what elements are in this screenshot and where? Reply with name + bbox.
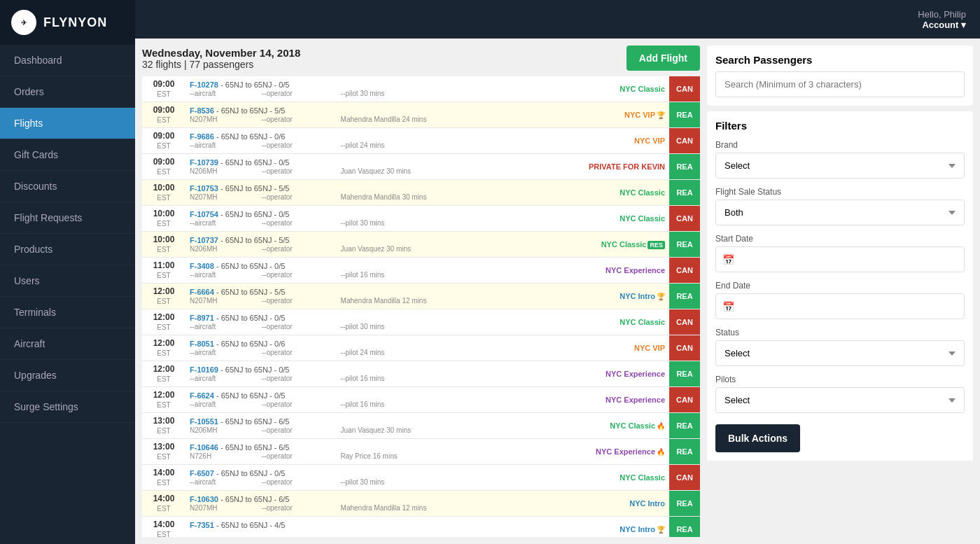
table-row[interactable]: 13:00 EST F-10646 - 65NJ to 65NJ - 6/5 N… bbox=[142, 439, 700, 465]
end-date-input[interactable] bbox=[715, 293, 965, 319]
bulk-actions-button[interactable]: Bulk Actions bbox=[715, 424, 800, 452]
end-date-filter: End Date 📅 bbox=[715, 281, 965, 319]
sidebar: ✈ FLYNYON DashboardOrdersFlightsGift Car… bbox=[0, 0, 135, 544]
flight-operator: --operator bbox=[262, 141, 339, 149]
sidebar-item-flights[interactable]: Flights bbox=[0, 108, 135, 139]
table-row[interactable]: 09:00 EST F-9686 - 65NJ to 65NJ - 0/6 --… bbox=[142, 128, 700, 154]
table-row[interactable]: 14:00 EST F-10630 - 65NJ to 65NJ - 6/5 N… bbox=[142, 491, 700, 517]
flight-info: F-8971 - 65NJ to 65NJ - 0/5 --aircraft -… bbox=[186, 312, 585, 332]
flight-mins: 30 mins bbox=[386, 245, 411, 253]
flight-action-button[interactable]: CAN bbox=[669, 206, 700, 231]
flight-info: F-10739 - 65NJ to 65NJ - 0/5 N206MH --op… bbox=[186, 157, 584, 176]
table-row[interactable]: 14:00 EST F-6507 - 65NJ to 65NJ - 0/5 --… bbox=[142, 465, 700, 491]
flight-label: NYC Experience bbox=[585, 396, 669, 404]
flight-details bbox=[190, 530, 581, 537]
sidebar-item-users[interactable]: Users bbox=[0, 265, 135, 297]
sidebar-item-surge-settings[interactable]: Surge Settings bbox=[0, 391, 135, 423]
table-row[interactable]: 09:00 EST F-10739 - 65NJ to 65NJ - 0/5 N… bbox=[142, 154, 700, 180]
flight-id: F-10630 bbox=[190, 495, 218, 503]
table-row[interactable]: 12:00 EST F-6624 - 65NJ to 65NJ - 0/5 --… bbox=[142, 387, 700, 413]
table-row[interactable]: 09:00 EST F-8536 - 65NJ to 65NJ - 5/5 N2… bbox=[142, 102, 700, 128]
logo-icon: ✈ bbox=[11, 10, 36, 35]
flight-action-button[interactable]: CAN bbox=[669, 387, 700, 412]
start-date-input[interactable] bbox=[715, 246, 965, 272]
table-row[interactable]: 10:00 EST F-10737 - 65NJ to 65NJ - 5/5 N… bbox=[142, 232, 700, 258]
sidebar-item-gift-cards[interactable]: Gift Cards bbox=[0, 139, 135, 171]
table-row[interactable]: 10:00 EST F-10753 - 65NJ to 65NJ - 5/5 N… bbox=[142, 180, 700, 206]
brand-select[interactable]: Select NYC Classic NYC VIP NYC Experienc… bbox=[715, 153, 965, 179]
sidebar-item-dashboard[interactable]: Dashboard bbox=[0, 45, 135, 76]
table-row[interactable]: 11:00 EST F-3408 - 65NJ to 65NJ - 0/5 --… bbox=[142, 258, 700, 284]
flight-aircraft: N207MH bbox=[190, 504, 260, 512]
flight-id: F-10551 bbox=[190, 417, 218, 426]
table-row[interactable]: 12:00 EST F-10169 - 65NJ to 65NJ - 0/5 -… bbox=[142, 361, 700, 387]
flight-id: F-9686 bbox=[190, 132, 214, 141]
flight-id: F-10737 bbox=[190, 236, 218, 244]
flight-action-button[interactable]: REA bbox=[669, 102, 700, 127]
flight-label: NYC Experience🔥 bbox=[585, 447, 669, 456]
flight-action-button[interactable]: REA bbox=[669, 491, 700, 516]
flight-action-button[interactable]: REA bbox=[669, 180, 700, 205]
table-row[interactable]: 09:00 EST F-10278 - 65NJ to 65NJ - 0/5 -… bbox=[142, 76, 700, 102]
table-row[interactable]: 12:00 EST F-8051 - 65NJ to 65NJ - 0/6 --… bbox=[142, 335, 700, 361]
account-menu[interactable]: Account ▾ bbox=[918, 20, 966, 30]
flight-label: NYC Intro🏆 bbox=[585, 525, 669, 533]
table-row[interactable]: 13:00 EST F-10551 - 65NJ to 65NJ - 6/5 N… bbox=[142, 413, 700, 439]
flight-time: 14:00 EST bbox=[142, 517, 186, 537]
flight-details: N207MH --operator Mahendra Mandilla 30 m… bbox=[190, 193, 581, 201]
flight-action-button[interactable]: REA bbox=[669, 361, 700, 386]
flight-action-button[interactable]: CAN bbox=[669, 76, 700, 102]
flight-action-button[interactable]: REA bbox=[669, 413, 700, 438]
flight-action-button[interactable]: CAN bbox=[669, 309, 700, 335]
table-row[interactable]: 14:00 EST F-7351 - 65NJ to 65NJ - 4/5 NY… bbox=[142, 517, 700, 537]
flight-action-button[interactable]: REA bbox=[669, 154, 700, 179]
flight-action-button[interactable]: REA bbox=[669, 232, 700, 257]
pilots-select[interactable]: Select bbox=[715, 387, 965, 413]
flight-pilot: --pilot bbox=[341, 141, 358, 149]
flight-route: - 65NJ to 65NJ - 0/6 bbox=[216, 340, 285, 348]
badge-icon: 🏆 bbox=[657, 526, 665, 533]
flight-action-button[interactable]: CAN bbox=[669, 465, 700, 490]
flight-details: --aircraft --operator --pilot 30 mins bbox=[190, 478, 581, 486]
sidebar-item-products[interactable]: Products bbox=[0, 234, 135, 265]
sidebar-item-flight-requests[interactable]: Flight Requests bbox=[0, 202, 135, 234]
search-input[interactable] bbox=[715, 71, 965, 97]
flight-time: 11:00 EST bbox=[142, 258, 186, 283]
sidebar-item-aircraft[interactable]: Aircraft bbox=[0, 328, 135, 360]
flight-time: 13:00 EST bbox=[142, 414, 186, 438]
flight-mins: 12 mins bbox=[402, 504, 426, 512]
flight-sale-status-select[interactable]: Both Open Closed bbox=[715, 200, 965, 225]
flight-id: F-8051 bbox=[190, 340, 214, 348]
flight-label: NYC Classic🔥 bbox=[585, 421, 669, 430]
right-panel: Search Passengers Filters Brand Select N… bbox=[707, 46, 973, 537]
sidebar-item-terminals[interactable]: Terminals bbox=[0, 297, 135, 328]
flight-info: F-7351 - 65NJ to 65NJ - 4/5 bbox=[186, 519, 585, 537]
calendar-icon: 📅 bbox=[722, 254, 734, 265]
flight-mins: 16 mins bbox=[373, 452, 398, 460]
flight-mins: 30 mins bbox=[360, 90, 384, 97]
flight-mins: 30 mins bbox=[360, 219, 384, 227]
sidebar-item-orders[interactable]: Orders bbox=[0, 76, 135, 108]
flight-action-button[interactable]: REA bbox=[669, 517, 700, 537]
flight-action-button[interactable]: CAN bbox=[669, 335, 700, 361]
sidebar-item-upgrades[interactable]: Upgrades bbox=[0, 360, 135, 391]
table-row[interactable]: 10:00 EST F-10754 - 65NJ to 65NJ - 0/5 -… bbox=[142, 206, 700, 232]
flight-details: --aircraft --operator --pilot 30 mins bbox=[190, 90, 581, 97]
flight-aircraft: N207MH bbox=[190, 116, 260, 123]
flight-action-button[interactable]: REA bbox=[669, 284, 700, 309]
search-title: Search Passengers bbox=[715, 54, 965, 66]
nav-items: DashboardOrdersFlightsGift CardsDiscount… bbox=[0, 45, 135, 423]
sidebar-item-discounts[interactable]: Discounts bbox=[0, 171, 135, 202]
flight-action-button[interactable]: CAN bbox=[669, 258, 700, 283]
table-row[interactable]: 12:00 EST F-8971 - 65NJ to 65NJ - 0/5 --… bbox=[142, 309, 700, 335]
filters-title: Filters bbox=[715, 120, 965, 132]
flight-route: - 65NJ to 65NJ - 5/5 bbox=[220, 184, 289, 193]
flight-action-button[interactable]: REA bbox=[669, 439, 700, 464]
badge-icon: 🏆 bbox=[657, 293, 665, 300]
table-row[interactable]: 12:00 EST F-6664 - 65NJ to 65NJ - 5/5 N2… bbox=[142, 284, 700, 309]
add-flight-button[interactable]: Add Flight bbox=[626, 46, 700, 71]
flight-action-button[interactable]: CAN bbox=[669, 128, 700, 153]
flight-info: F-6507 - 65NJ to 65NJ - 0/5 --aircraft -… bbox=[186, 468, 585, 487]
flight-label: NYC Classic bbox=[585, 318, 669, 326]
status-select[interactable]: Select Active Cancelled Completed bbox=[715, 340, 965, 366]
